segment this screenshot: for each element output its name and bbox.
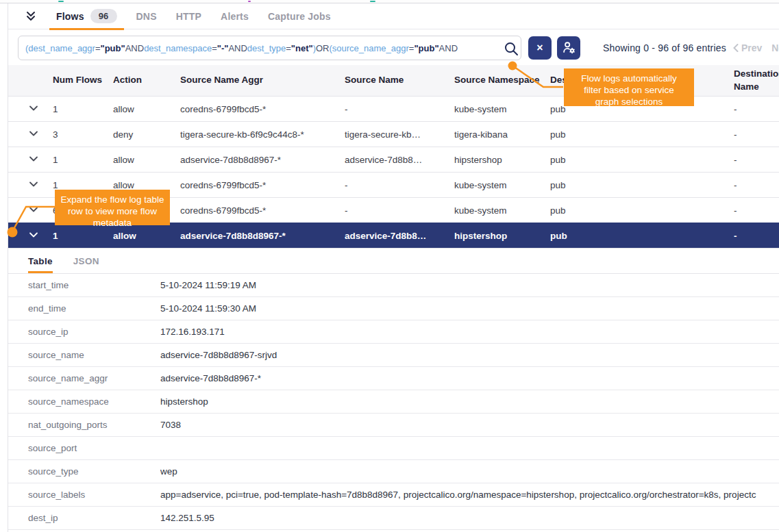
query-segment: AND (439, 43, 458, 53)
flow-row[interactable]: 1allowadservice-7d8b8d8967-*adservice-7d… (8, 147, 779, 172)
cell-destination-name: - (734, 155, 779, 165)
detail-value: 5-10-2024 11:59:30 AM (160, 303, 779, 314)
cell-source-name-aggr: coredns-6799fbcd5-* (180, 104, 345, 114)
user-settings-button[interactable] (557, 36, 580, 60)
tooltip-expand-info: Expand the flow log tablerow to view mor… (55, 190, 170, 225)
close-icon: × (536, 42, 543, 54)
cell-source-name-aggr: adservice-7d8b8d8967-* (180, 155, 345, 165)
next-page-button[interactable]: Next (771, 42, 779, 53)
detail-tab-table[interactable]: Table (28, 249, 53, 273)
detail-row: nat_outgoing_ports7038 (8, 414, 779, 437)
flow-row[interactable]: 3denytigera-secure-kb-6f9c9c44c8-*tigera… (8, 121, 779, 147)
cell-source-name-aggr: tigera-secure-kb-6f9c9c44c8-* (180, 129, 345, 140)
detail-key: nat_outgoing_ports (28, 420, 160, 430)
query-segment: dest_namespace (144, 43, 212, 53)
tooltip-line: filter based on service (569, 84, 689, 96)
graph-edge-speck (248, 1, 251, 2)
cell-source-namespace: kube-system (454, 205, 550, 216)
column-header-action: Action (113, 74, 180, 86)
expand-chevron-icon[interactable] (28, 204, 39, 215)
tooltip-line: row to view more flow (60, 205, 164, 217)
detail-key: source_port (28, 443, 160, 453)
detail-key: source_labels (28, 490, 160, 500)
collapse-panel-double-chevron-icon[interactable] (21, 8, 41, 25)
prev-page-button[interactable]: Prev (733, 42, 762, 53)
detail-value: 7038 (160, 420, 779, 430)
detail-key: source_ip (28, 327, 160, 337)
cell-dest-name-aggr: pub (550, 155, 734, 165)
tooltip-line: Expand the flow log table (60, 194, 164, 205)
log-type-tabbar: Flows96DNSHTTPAlertsCapture Jobs (8, 3, 779, 29)
expand-cell (18, 179, 53, 192)
query-segment: = (95, 43, 101, 53)
cell-source-name: - (345, 104, 454, 114)
detail-row: source_port (8, 437, 779, 460)
expand-cell (18, 153, 53, 166)
expand-chevron-icon[interactable] (28, 103, 39, 114)
tooltip-line: Flow logs automatically (569, 73, 689, 84)
tooltip-filter-info: Flow logs automaticallyfilter based on s… (564, 68, 694, 106)
cell-source-name-aggr: adservice-7d8b8d8967-* (180, 231, 345, 241)
query-segment: AND (228, 43, 247, 53)
flow-logs-panel: Flows96DNSHTTPAlertsCapture Jobs (dest_n… (0, 0, 779, 532)
tab-label: Flows (56, 11, 84, 22)
cell-source-name: tigera-secure-kb… (345, 129, 454, 140)
cell-num-flows: 1 (53, 155, 113, 165)
tab-dns[interactable]: DNS (127, 3, 166, 29)
tab-label: HTTP (176, 11, 201, 22)
tab-flows[interactable]: Flows96 (47, 3, 127, 29)
column-header-destination-name: Destination Name (734, 68, 779, 92)
expand-cell (18, 229, 53, 242)
detail-tab-json[interactable]: JSON (73, 249, 99, 273)
cell-source-namespace: kube-system (454, 180, 550, 190)
cell-source-namespace: tigera-kibana (454, 129, 550, 140)
query-segment: source_name_aggr (332, 43, 409, 53)
cell-num-flows: 1 (53, 180, 113, 190)
cell-source-name: - (345, 205, 454, 216)
chevron-left-icon (733, 44, 739, 52)
column-header-source-name: Source Name (345, 74, 454, 86)
detail-value: hipstershop (160, 396, 779, 407)
expand-cell (18, 103, 53, 116)
tab-count-badge: 96 (90, 9, 117, 23)
detail-value: adservice-7d8b8d8967-* (160, 373, 779, 383)
column-header-num-flows: Num Flows (53, 74, 113, 86)
cell-source-name: adservice-7d8b8… (345, 231, 454, 241)
tab-alerts[interactable]: Alerts (211, 3, 258, 29)
cell-action: allow (113, 180, 180, 190)
cell-source-name-aggr: coredns-6799fbcd5-* (180, 205, 345, 216)
tab-http[interactable]: HTTP (166, 3, 211, 29)
expand-chevron-icon[interactable] (28, 229, 39, 240)
tab-capture-jobs[interactable]: Capture Jobs (258, 3, 341, 29)
cell-source-name: - (345, 180, 454, 190)
clear-filter-button[interactable]: × (528, 36, 552, 60)
cell-action: allow (113, 231, 180, 241)
query-segment: dest_type (247, 43, 286, 53)
query-segment: = (409, 43, 415, 53)
flows-toolbar: (dest_name_aggr = "pub" AND dest_namespa… (8, 29, 779, 65)
expand-chevron-icon[interactable] (28, 128, 39, 139)
detail-key: source_type (28, 466, 160, 477)
cell-destination-name: - (734, 104, 779, 114)
detail-row: source_ip172.16.193.171 (8, 320, 779, 344)
expand-chevron-icon[interactable] (28, 179, 39, 190)
cell-source-name-aggr: coredns-6799fbcd5-* (180, 180, 345, 190)
entries-count-label: Showing 0 - 96 of 96 entries (603, 42, 726, 53)
detail-value: 172.16.193.171 (160, 327, 779, 337)
detail-row: dest_ip142.251.5.95 (8, 507, 779, 530)
detail-key: source_name (28, 350, 160, 360)
detail-key: source_name_aggr (28, 373, 160, 383)
detail-value: adservice-7d8b8d8967-srjvd (160, 350, 779, 360)
flow-detail-table: start_time5-10-2024 11:59:19 AMend_time5… (8, 273, 779, 530)
search-icon[interactable] (503, 40, 519, 57)
flow-detail-tabbar: TableJSON (8, 249, 779, 273)
query-segment: dest_name_aggr (28, 43, 95, 53)
cell-destination-name: - (734, 205, 779, 216)
cell-dest-name-aggr: pub (550, 231, 734, 241)
query-segment: "pub" (414, 43, 438, 53)
query-segment: "-" (217, 43, 229, 53)
filter-query-input[interactable]: (dest_name_aggr = "pub" AND dest_namespa… (18, 36, 521, 60)
expand-chevron-icon[interactable] (28, 153, 39, 164)
column-header-source-name-aggr: Source Name Aggr (180, 74, 345, 86)
detail-value: app=adservice, pci=true, pod-template-ha… (160, 490, 779, 500)
